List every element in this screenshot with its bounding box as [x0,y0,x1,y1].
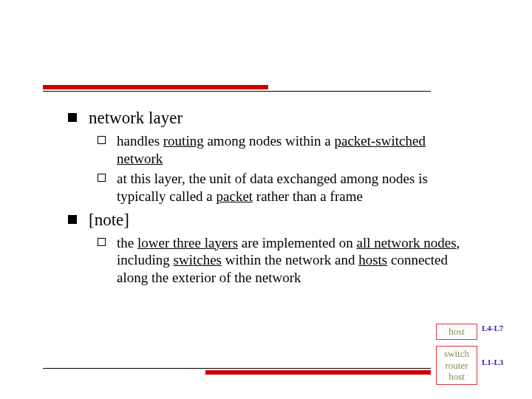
callout-group: host L4-L7 switch router host L1-L3 [436,324,525,385]
callout-text: router [445,360,468,371]
bottom-rule-red [205,370,431,375]
bullet-network-layer: network layer [59,108,473,129]
callout-text: host [449,371,465,382]
bullet-label: [note] [89,211,129,229]
filled-square-icon [68,113,77,122]
callout-label-lower: L1-L3 [482,358,503,366]
callout-text: switch [444,348,469,359]
hollow-square-icon [98,238,106,246]
bottom-rule-black [43,368,431,369]
bullet-label: network layer [89,109,183,127]
hollow-square-icon [98,136,106,144]
subbullet: at this layer, the unit of data exchange… [87,170,473,205]
callout-box-switch-router-host: switch router host [436,346,477,385]
bullet-note: [note] [59,210,473,231]
text: handles routing among nodes within a pac… [117,133,426,166]
subbullet: the lower three layers are implemented o… [87,234,473,287]
text: at this layer, the unit of data exchange… [117,171,428,204]
subbullet: handles routing among nodes within a pac… [87,132,473,168]
slide-content: network layer handles routing among node… [59,103,473,290]
hollow-square-icon [98,174,106,182]
callout-label-upper: L4-L7 [482,324,503,332]
top-rule-red [43,85,268,89]
callout-text: host [449,326,465,337]
text: the lower three layers are implemented o… [117,235,460,286]
top-rule-black [43,91,431,92]
filled-square-icon [68,215,77,224]
callout-box-host: host [436,324,477,340]
